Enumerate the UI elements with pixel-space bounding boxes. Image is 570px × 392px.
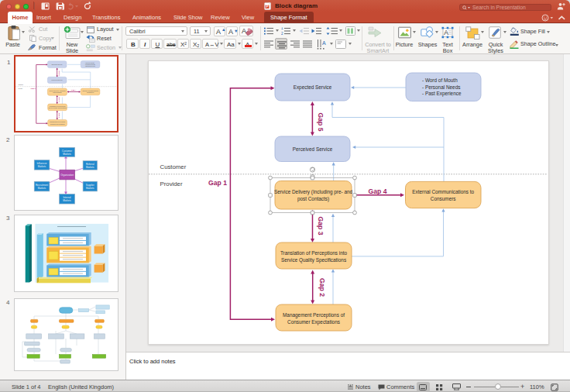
svg-text:P: P bbox=[266, 5, 268, 9]
svg-text:Markets: Markets bbox=[37, 187, 46, 190]
svg-text:Translation of Perceptions: Translation of Perceptions bbox=[50, 105, 66, 107]
svg-text:post Contacts): post Contacts) bbox=[53, 91, 62, 93]
svg-text:Markets: Markets bbox=[85, 166, 94, 169]
svg-text:Markets: Markets bbox=[37, 165, 46, 168]
svg-text:Customer: Customer bbox=[160, 163, 187, 170]
svg-text:Management Perceptions: Management Perceptions bbox=[50, 121, 65, 122]
svg-text:Gap 3: Gap 3 bbox=[59, 97, 60, 102]
svg-text:- Word of Mouth: - Word of Mouth bbox=[84, 62, 94, 64]
svg-text:Service Quality Specifications: Service Quality Specifications bbox=[281, 257, 346, 263]
svg-text:Gap 4: Gap 4 bbox=[71, 89, 77, 91]
svg-text:Consumers: Consumers bbox=[87, 91, 94, 93]
svg-text:Gap 5: Gap 5 bbox=[317, 113, 324, 132]
svg-text:- Word of Mouth: - Word of Mouth bbox=[422, 77, 458, 83]
svg-text:Expected Service: Expected Service bbox=[52, 63, 63, 64]
svg-text:A: A bbox=[444, 29, 448, 36]
svg-text:Expected Service: Expected Service bbox=[294, 84, 332, 91]
svg-text:Service Quality Specifications: Service Quality Specifications bbox=[48, 107, 66, 108]
svg-text:Customer: Customer bbox=[19, 83, 24, 84]
svg-text:External Communications: External Communications bbox=[82, 90, 98, 91]
svg-text:Perceived Service: Perceived Service bbox=[52, 78, 63, 80]
svg-text:- Personal Needs: - Personal Needs bbox=[84, 64, 95, 65]
svg-text:Consumers: Consumers bbox=[431, 196, 456, 201]
svg-text:Consumer Expectations: Consumer Expectations bbox=[50, 122, 65, 124]
svg-text:Provider: Provider bbox=[160, 181, 183, 187]
svg-text:Translation of Perceptions int: Translation of Perceptions into bbox=[280, 250, 348, 256]
svg-text:Gap 1: Gap 1 bbox=[208, 179, 227, 187]
svg-text:Gap 5: Gap 5 bbox=[59, 70, 60, 76]
svg-text:Service Delivery (Including pr: Service Delivery (Including pre- and bbox=[274, 189, 353, 195]
svg-text:Gap 1: Gap 1 bbox=[30, 88, 36, 89]
svg-text:A: A bbox=[322, 40, 326, 46]
svg-text:2: 2 bbox=[281, 31, 283, 35]
svg-text:Gap 2: Gap 2 bbox=[318, 278, 326, 297]
svg-text:- Past Experience: - Past Experience bbox=[84, 65, 95, 67]
svg-text:Markets: Markets bbox=[63, 153, 71, 156]
svg-text:External Communications to: External Communications to bbox=[412, 189, 474, 194]
svg-text:Gap 2: Gap 2 bbox=[59, 112, 60, 118]
svg-text:Service Delivery (Including: Service Delivery (Including bbox=[49, 90, 65, 91]
svg-text:Markets: Markets bbox=[85, 187, 94, 190]
svg-text:Provider: Provider bbox=[19, 88, 23, 89]
svg-text:Gap 3: Gap 3 bbox=[317, 217, 324, 236]
svg-text:Markets: Markets bbox=[63, 199, 71, 202]
svg-text:- Personal Needs: - Personal Needs bbox=[422, 84, 460, 90]
svg-text:Consumer Expectations: Consumer Expectations bbox=[287, 319, 340, 325]
svg-text:Gap 4: Gap 4 bbox=[369, 187, 387, 195]
svg-text:post Contacts): post Contacts) bbox=[297, 196, 329, 202]
svg-text:- Past Experience: - Past Experience bbox=[422, 91, 462, 97]
svg-text:Management Perceptions of: Management Perceptions of bbox=[283, 312, 345, 318]
svg-text:Perceived Service: Perceived Service bbox=[293, 146, 333, 152]
svg-text:Organization: Organization bbox=[60, 174, 74, 177]
svg-text:1: 1 bbox=[281, 27, 283, 30]
